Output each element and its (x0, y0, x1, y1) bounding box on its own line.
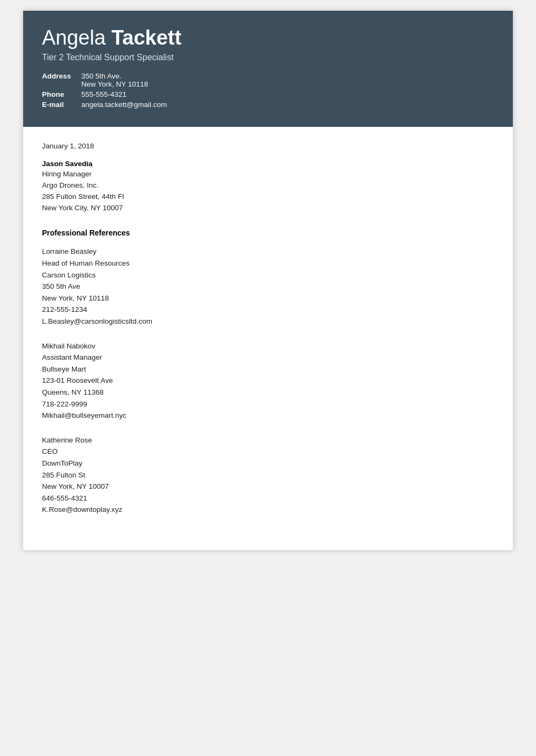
ref-company: DownToPlay (42, 458, 494, 469)
address-row: Address 350 5th Ave. New York, NY 10118 (42, 72, 494, 88)
email-value: angela.tackett@gmail.com (81, 101, 167, 109)
references-list: Lorraine BeasleyHead of Human ResourcesC… (42, 246, 494, 515)
job-title: Tier 2 Technical Support Specialist (42, 53, 494, 62)
body-section: January 1, 2018 Jason Savedia Hiring Man… (23, 127, 513, 550)
address-value: 350 5th Ave. New York, NY 10118 (81, 72, 148, 88)
ref-phone: 718-222-9999 (42, 398, 494, 410)
phone-row: Phone 555-555-4321 (42, 90, 494, 98)
address-line2: New York, NY 10118 (81, 80, 148, 88)
resume-page: Angela Tackett Tier 2 Technical Support … (23, 11, 513, 550)
header-section: Angela Tackett Tier 2 Technical Support … (23, 11, 513, 127)
last-name: Tackett (111, 26, 181, 49)
ref-address: 285 Fulton St (42, 469, 494, 481)
ref-name: Katherine Rose (42, 434, 494, 446)
reference-item: Katherine RoseCEODownToPlay285 Fulton St… (42, 434, 494, 516)
contact-info: Address 350 5th Ave. New York, NY 10118 … (42, 72, 494, 109)
ref-name: Mikhail Nabokov (42, 340, 494, 352)
address-line1: 350 5th Ave. (81, 72, 148, 80)
ref-name: Lorraine Beasley (42, 246, 494, 258)
ref-email: Mikhail@bullseyemart.nyc (42, 410, 494, 422)
reference-item: Mikhail NabokovAssistant ManagerBullseye… (42, 340, 494, 422)
phone-label: Phone (42, 90, 77, 98)
ref-title: CEO (42, 446, 494, 458)
recipient-block: Jason Savedia Hiring Manager Argo Drones… (42, 160, 494, 214)
ref-company: Bullseye Mart (42, 363, 494, 375)
ref-phone: 212-555-1234 (42, 304, 494, 316)
address-label: Address (42, 72, 77, 80)
candidate-name: Angela Tackett (42, 27, 494, 49)
ref-title: Assistant Manager (42, 352, 494, 363)
ref-address: 123-01 Roosevelt Ave (42, 375, 494, 387)
phone-value: 555-555-4321 (81, 90, 126, 98)
ref-address: 350 5th Ave (42, 281, 494, 293)
email-label: E-mail (42, 101, 77, 109)
references-section-title: Professional References (42, 229, 494, 237)
ref-email: K.Rose@downtoplay.xyz (42, 504, 494, 516)
recipient-line4: New York City, NY 10007 (42, 203, 494, 214)
ref-company: Carson Logistics (42, 269, 494, 281)
first-name: Angela (42, 26, 111, 49)
recipient-line2: Argo Drones, Inc. (42, 180, 494, 191)
reference-item: Lorraine BeasleyHead of Human ResourcesC… (42, 246, 494, 327)
recipient-name: Jason Savedia (42, 160, 494, 168)
ref-city: New York, NY 10007 (42, 481, 494, 493)
ref-city: New York, NY 10118 (42, 293, 494, 304)
date: January 1, 2018 (42, 142, 494, 150)
ref-title: Head of Human Resources (42, 258, 494, 269)
email-row: E-mail angela.tackett@gmail.com (42, 101, 494, 109)
ref-phone: 646-555-4321 (42, 493, 494, 504)
recipient-line3: 285 Fulton Street, 44th Fl (42, 191, 494, 203)
ref-city: Queens, NY 11368 (42, 387, 494, 398)
ref-email: L.Beasley@carsonlogisticsltd.com (42, 316, 494, 327)
recipient-line1: Hiring Manager (42, 169, 494, 180)
